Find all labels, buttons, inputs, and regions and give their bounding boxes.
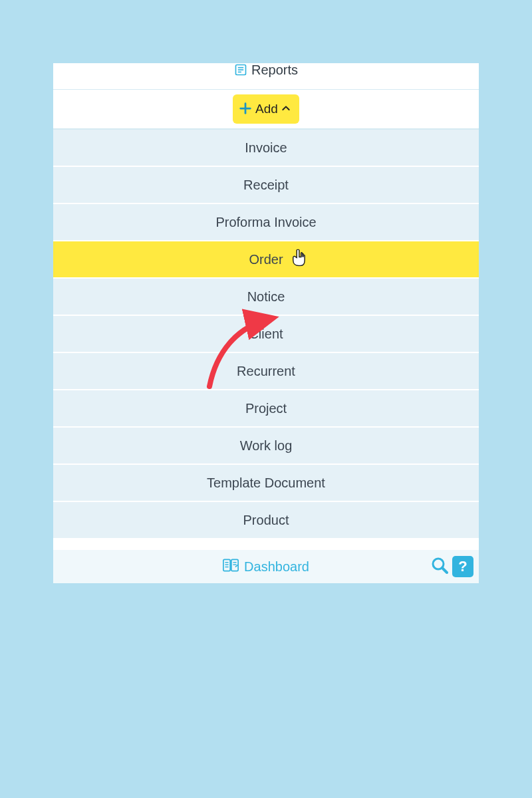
- spacer: [53, 539, 479, 550]
- help-button[interactable]: ?: [452, 556, 473, 577]
- pointer-cursor-icon: [291, 249, 306, 270]
- menu-item-label: Order: [249, 252, 283, 267]
- menu-item-order[interactable]: Order: [53, 241, 479, 279]
- add-label: Add: [255, 102, 278, 116]
- menu-item-notice[interactable]: Notice: [53, 279, 479, 316]
- menu-item-product[interactable]: Product: [53, 502, 479, 539]
- menu-item-label: Project: [245, 401, 287, 416]
- bottom-bar: Dashboard ?: [53, 550, 479, 583]
- dashboard-link[interactable]: Dashboard: [223, 559, 309, 575]
- reports-icon: [234, 63, 247, 79]
- add-button[interactable]: Add: [233, 94, 299, 124]
- add-menu-list: Invoice Receipt Proforma Invoice Order N…: [53, 130, 479, 539]
- screenshot-frame: Reports Add Invoice Receipt Proforma Inv…: [0, 0, 532, 583]
- menu-item-label: Work log: [240, 438, 293, 454]
- menu-item-proforma-invoice[interactable]: Proforma Invoice: [53, 204, 479, 241]
- add-row: Add: [53, 90, 479, 130]
- dashboard-label: Dashboard: [244, 559, 309, 575]
- svg-line-14: [442, 568, 447, 573]
- menu-item-recurrent[interactable]: Recurrent: [53, 353, 479, 390]
- menu-item-label: Template Document: [207, 475, 325, 491]
- menu-item-label: Invoice: [245, 140, 287, 156]
- dashboard-icon: [223, 559, 239, 575]
- menu-item-label: Client: [249, 327, 283, 342]
- svg-rect-6: [223, 559, 230, 571]
- menu-item-client[interactable]: Client: [53, 316, 479, 353]
- menu-item-invoice[interactable]: Invoice: [53, 130, 479, 167]
- help-label: ?: [458, 558, 467, 575]
- main-panel: Reports Add Invoice Receipt Proforma Inv…: [53, 63, 479, 583]
- menu-item-project[interactable]: Project: [53, 390, 479, 428]
- plus-icon: [238, 101, 253, 118]
- reports-label: Reports: [251, 63, 298, 76]
- menu-item-label: Proforma Invoice: [215, 215, 316, 230]
- menu-item-label: Receipt: [243, 178, 289, 193]
- menu-item-label: Recurrent: [237, 364, 295, 379]
- menu-item-label: Product: [243, 513, 289, 528]
- menu-item-label: Notice: [247, 289, 285, 305]
- menu-item-template-document[interactable]: Template Document: [53, 465, 479, 502]
- bottom-right-tools: ?: [431, 556, 473, 577]
- menu-item-receipt[interactable]: Receipt: [53, 167, 479, 204]
- menu-item-work-log[interactable]: Work log: [53, 428, 479, 465]
- chevron-up-icon: [281, 103, 291, 116]
- search-icon[interactable]: [431, 557, 448, 577]
- reports-row[interactable]: Reports: [53, 63, 479, 90]
